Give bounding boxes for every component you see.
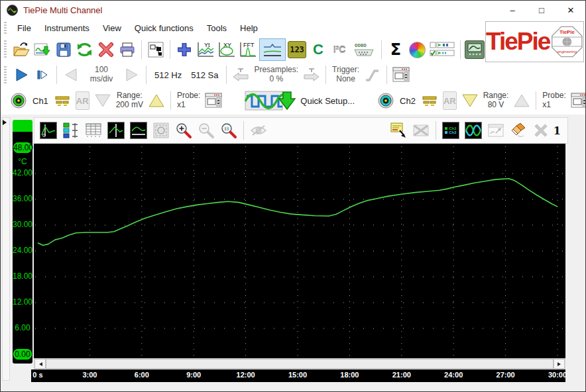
toolbar-separator [436, 121, 436, 140]
svg-text:FFT: FFT [243, 42, 255, 48]
ch2-coupling-button[interactable] [420, 90, 440, 111]
appearance-button[interactable] [407, 39, 427, 60]
toolbar-grip[interactable] [4, 66, 7, 83]
store-data-button[interactable] [32, 39, 52, 60]
presamples-increase-button[interactable] [302, 64, 322, 85]
scroll-left-button[interactable] [34, 359, 46, 369]
menu-item-instruments[interactable]: Instruments [38, 21, 96, 36]
quick-setup-icon [245, 89, 296, 112]
control-panel-button[interactable] [428, 39, 456, 60]
toolbar-separator [243, 121, 244, 140]
menu-item-help[interactable]: Help [233, 21, 264, 36]
trigger-slope-button[interactable] [363, 64, 382, 85]
table-icon [85, 122, 102, 139]
ch1-settings-button[interactable] [204, 90, 223, 111]
xy-graph-icon: XY [217, 41, 236, 58]
plot-canvas[interactable] [34, 144, 565, 358]
ch1-range-down-button[interactable] [93, 90, 113, 111]
timebase-decrease-button[interactable] [61, 64, 81, 85]
y-axis-column[interactable]: 48.00 °C 0.00 42.0036.0030.0024.0018.001… [13, 132, 32, 364]
waveform-style-button[interactable] [463, 121, 483, 140]
ch1-label: Ch1 [32, 96, 48, 106]
toolbar-grip[interactable] [4, 40, 7, 59]
channel-positions-button[interactable] [61, 121, 81, 140]
math-button[interactable]: Σ [386, 39, 406, 60]
instrument-button[interactable] [465, 39, 485, 60]
store-data-icon [33, 41, 52, 58]
x-axis-bar[interactable]: 0 s3:006:009:0012:0015:0018:0021:0024:00… [31, 369, 565, 382]
svg-text:0: 0 [42, 132, 46, 138]
y-axis-max-handle[interactable]: 48.00 [13, 142, 32, 153]
close-button[interactable]: ✕ [556, 1, 585, 19]
legend-button[interactable]: Ch1 Ch2 [441, 121, 461, 140]
horizontal-marker-icon [130, 122, 147, 139]
title-bar: TiePie Multi Channel – □ ✕ [1, 1, 585, 19]
print-button[interactable] [117, 39, 137, 60]
vertical-marker-button[interactable] [106, 121, 126, 140]
panel-collapse-strip[interactable] [2, 117, 10, 381]
active-display-button[interactable] [259, 38, 286, 61]
add-comment-button[interactable] [388, 121, 408, 140]
i2c-analyzer-button[interactable]: I²C [329, 39, 349, 60]
print-icon [119, 41, 136, 58]
value-table-button[interactable] [84, 121, 103, 140]
refresh-instruments-button[interactable] [75, 39, 95, 60]
offset-zero-button[interactable]: 0 [38, 121, 58, 140]
eraser-icon [510, 122, 527, 139]
ch2-bnc-button[interactable] [376, 90, 396, 111]
zoom-out-button-disabled [196, 121, 216, 140]
y-axis-header[interactable] [13, 120, 32, 133]
menu-item-view[interactable]: View [96, 21, 128, 36]
horizontal-marker-button[interactable] [129, 121, 148, 140]
delete-button[interactable] [96, 39, 116, 60]
toolbar-separator [146, 66, 146, 84]
eraser-button[interactable] [508, 121, 528, 140]
c-analyzer-button[interactable]: C [308, 39, 328, 60]
ch2-autorange-button[interactable]: AR [443, 91, 457, 110]
ch1-range-up-button[interactable] [146, 90, 166, 111]
y-axis-label-42: 42.00 [13, 168, 32, 177]
presamples-decrease-button[interactable] [231, 64, 251, 85]
fft-graph-icon: FFT [239, 41, 257, 58]
svg-text:00II0: 00II0 [355, 42, 367, 48]
menu-item-tools[interactable]: Tools [200, 21, 233, 36]
menu-item-quick-functions[interactable]: Quick functions [128, 21, 200, 36]
toolbar-separator [386, 66, 387, 84]
ch1-coupling-button[interactable] [52, 90, 72, 111]
meter-display-button[interactable]: 123 [287, 39, 307, 60]
xy-display-button[interactable]: XY [217, 39, 237, 60]
ch1-down-triangle-icon [93, 93, 112, 109]
object-tree-button[interactable] [146, 39, 166, 60]
zoom-in-button[interactable] [174, 121, 194, 140]
menu-item-file[interactable]: File [11, 21, 38, 36]
sample-rate-label[interactable]: 512 Hz [154, 70, 182, 80]
instrument-icon [465, 40, 485, 59]
minimize-button[interactable]: – [498, 1, 527, 19]
zoom-one-to-one-button[interactable]: I:I [219, 121, 239, 140]
scroll-right-button[interactable] [554, 359, 565, 369]
yt-display-button[interactable]: Yt [196, 39, 215, 60]
rising-slope-icon [365, 68, 381, 82]
start-button[interactable] [11, 64, 31, 85]
timebase-increase-button[interactable] [122, 64, 142, 85]
menu-grip[interactable] [4, 22, 7, 34]
record-length-label[interactable]: 512 Sa [191, 70, 218, 80]
vertical-marker-icon [107, 122, 125, 139]
y-axis-min-handle[interactable]: 0.00 [13, 349, 32, 360]
save-button[interactable] [54, 39, 74, 60]
scrollbar-thumb[interactable] [46, 359, 554, 369]
serial-analyzer-button[interactable]: 00II0 [351, 39, 377, 60]
quick-setup-button[interactable]: Quick Setup... [241, 90, 359, 111]
ch1-bnc-button[interactable] [9, 90, 29, 111]
svg-text:engineering: engineering [557, 50, 577, 54]
trigger-settings-button[interactable] [391, 64, 411, 85]
fft-display-button[interactable]: FFT [238, 39, 258, 60]
maximize-button[interactable]: □ [527, 1, 556, 19]
oneshot-button[interactable] [32, 64, 52, 85]
ch2-range-down-button[interactable] [460, 90, 480, 111]
add-display-button[interactable] [174, 39, 194, 60]
ch2-range-up-button[interactable] [512, 90, 532, 111]
open-file-button[interactable] [11, 39, 31, 60]
ch2-settings-button[interactable] [569, 90, 586, 111]
ch1-autorange-button[interactable]: AR [76, 91, 89, 110]
